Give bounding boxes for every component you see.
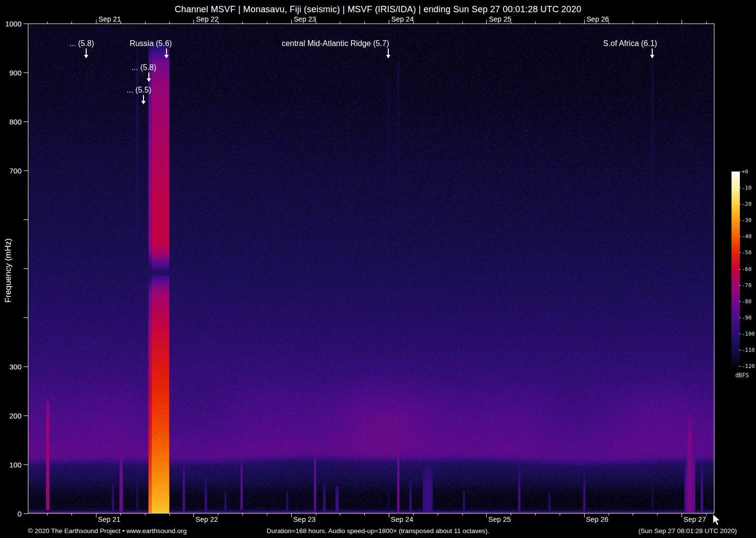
x-minor-tick-bottom (413, 514, 414, 515)
colorbar-tick-label: -10 (742, 185, 752, 191)
x-minor-tick-top (120, 22, 121, 24)
colorbar-tick (739, 269, 741, 269)
spectrogram-viewer: Channel MSVF | Monasavu, Fiji (seismic) … (0, 0, 756, 538)
colorbar-tick-label: -50 (742, 249, 752, 256)
colorbar-tick-label: -100 (742, 330, 755, 337)
x-tick-label-bottom: Sep 21 (98, 515, 120, 523)
x-minor-tick-bottom (511, 514, 511, 515)
colorbar-unit-label: dBFS (732, 372, 753, 379)
x-minor-tick-top (218, 22, 218, 24)
y-tick (24, 73, 28, 73)
y-tick (24, 514, 28, 514)
x-minor-tick-top (462, 22, 463, 24)
x-tick-label-bottom: Sep 25 (488, 515, 511, 523)
x-minor-tick-top (706, 22, 707, 24)
x-minor-tick-bottom (71, 514, 72, 515)
x-tick-label-top: Sep 26 (587, 15, 609, 23)
x-minor-tick-bottom (145, 514, 145, 515)
x-major-tick-top (682, 20, 682, 24)
colorbar-tick-label: -110 (742, 346, 755, 353)
x-major-tick-bottom (291, 514, 292, 517)
x-minor-tick-top (316, 22, 316, 24)
x-minor-tick-bottom (706, 514, 707, 515)
x-major-tick-top (96, 20, 96, 24)
spectrogram-canvas (28, 24, 714, 513)
x-minor-tick-bottom (169, 514, 170, 515)
x-minor-tick-bottom (316, 514, 316, 515)
x-minor-tick-bottom (340, 514, 340, 515)
x-minor-tick-bottom (267, 514, 267, 515)
x-major-tick-top (486, 20, 487, 24)
x-major-tick-bottom (682, 514, 682, 517)
event-annotation-label: ... (5.5) (127, 86, 152, 95)
colorbar-tick-label: -90 (742, 314, 752, 320)
y-tick-label: 0 (2, 510, 22, 518)
x-major-tick-top (193, 20, 194, 24)
x-minor-tick-top (413, 22, 414, 24)
colorbar-tick (739, 285, 741, 286)
x-major-tick-top (291, 20, 292, 24)
y-tick (24, 465, 28, 465)
event-annotation-label: ... (5.8) (132, 63, 157, 72)
colorbar-tick (739, 220, 741, 220)
x-minor-tick-top (609, 22, 609, 24)
x-minor-tick-top (242, 22, 243, 24)
y-tick-label: 200 (2, 412, 22, 420)
footer-timestamp: (Sun Sep 27 08:01:28 UTC 2020) (638, 527, 737, 535)
colorbar-tick (739, 204, 741, 204)
x-minor-tick-top (169, 22, 170, 24)
x-minor-tick-bottom (218, 514, 218, 515)
x-major-tick-bottom (389, 514, 389, 517)
y-tick-label: 900 (2, 69, 22, 77)
y-tick (24, 220, 28, 220)
x-minor-tick-top (71, 22, 72, 24)
colorbar-tick-label: -80 (742, 298, 752, 304)
colorbar-tick (739, 188, 741, 188)
x-major-tick-top (584, 20, 585, 24)
colorbar-tick (739, 350, 741, 350)
colorbar-tick-label: -40 (742, 233, 752, 240)
chart-title: Channel MSVF | Monasavu, Fiji (seismic) … (0, 4, 756, 15)
colorbar-tick (739, 366, 741, 367)
colorbar-tick (739, 301, 741, 302)
x-minor-tick-bottom (657, 514, 658, 515)
colorbar-tick (739, 171, 741, 172)
x-major-tick-bottom (584, 514, 585, 517)
x-minor-tick-bottom (462, 514, 463, 515)
colorbar-tick-label: -70 (742, 282, 752, 288)
colorbar-tick (739, 236, 741, 237)
y-tick-label: 300 (2, 363, 22, 371)
colorbar-tick (739, 334, 741, 334)
x-minor-tick-top (340, 22, 340, 24)
x-major-tick-top (389, 20, 389, 24)
x-minor-tick-top (535, 22, 536, 24)
x-minor-tick-bottom (438, 514, 438, 515)
y-tick (24, 171, 28, 171)
x-minor-tick-bottom (242, 514, 243, 515)
x-major-tick-bottom (486, 514, 487, 517)
x-minor-tick-bottom (120, 514, 121, 515)
y-tick-label: 1000 (2, 20, 22, 28)
x-minor-tick-bottom (633, 514, 633, 515)
event-annotation-label: Russia (5.6) (130, 39, 172, 48)
x-minor-tick-top (633, 22, 633, 24)
x-minor-tick-top (657, 22, 658, 24)
x-minor-tick-bottom (609, 514, 609, 515)
colorbar-tick (739, 318, 741, 318)
y-tick-label: 700 (2, 167, 22, 175)
x-tick-label-bottom: Sep 26 (586, 515, 609, 523)
colorbar-tick-label: -30 (742, 217, 752, 223)
colorbar-tick (739, 252, 741, 253)
y-tick (24, 367, 28, 367)
x-minor-tick-bottom (535, 514, 536, 515)
x-minor-tick-top (511, 22, 511, 24)
x-minor-tick-top (267, 22, 267, 24)
y-axis-title: Frequency (mHz) (3, 238, 13, 302)
x-tick-label-top: Sep 23 (294, 15, 316, 23)
x-major-tick-bottom (193, 514, 194, 517)
event-annotation-label: central Mid-Atlantic Ridge (5.7) (282, 39, 389, 48)
event-annotation-label: S.of Africa (6.1) (603, 39, 657, 48)
x-tick-label-top: Sep 25 (489, 15, 511, 23)
colorbar-tick-label: +0 (742, 169, 748, 175)
x-tick-label-top: Sep 21 (98, 15, 121, 23)
